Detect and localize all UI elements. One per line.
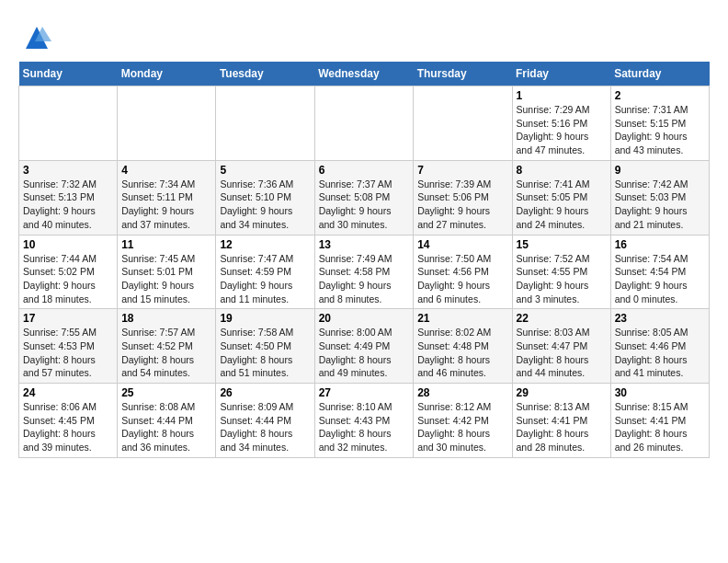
day-info: Sunrise: 8:06 AM Sunset: 4:45 PM Dayligh… xyxy=(23,401,97,453)
day-number: 13 xyxy=(319,238,410,251)
day-info: Sunrise: 8:05 AM Sunset: 4:46 PM Dayligh… xyxy=(615,327,688,378)
calendar-cell xyxy=(118,86,216,161)
day-info: Sunrise: 7:54 AM Sunset: 4:54 PM Dayligh… xyxy=(615,253,688,304)
day-info: Sunrise: 7:44 AM Sunset: 5:02 PM Dayligh… xyxy=(23,253,97,304)
calendar-cell: 13Sunrise: 7:49 AM Sunset: 4:58 PM Dayli… xyxy=(314,235,414,309)
weekday-header-saturday: Saturday xyxy=(610,62,709,86)
calendar-cell: 12Sunrise: 7:47 AM Sunset: 4:59 PM Dayli… xyxy=(216,235,314,309)
day-number: 29 xyxy=(517,386,607,399)
calendar-week-row: 10Sunrise: 7:44 AM Sunset: 5:02 PM Dayli… xyxy=(19,235,710,309)
calendar-cell xyxy=(414,86,512,161)
day-number: 2 xyxy=(615,89,705,102)
calendar-cell: 18Sunrise: 7:57 AM Sunset: 4:52 PM Dayli… xyxy=(118,309,216,384)
day-info: Sunrise: 7:57 AM Sunset: 4:52 PM Dayligh… xyxy=(121,327,195,378)
day-info: Sunrise: 7:45 AM Sunset: 5:01 PM Dayligh… xyxy=(121,253,195,304)
day-info: Sunrise: 7:52 AM Sunset: 4:55 PM Dayligh… xyxy=(517,253,590,304)
day-number: 17 xyxy=(23,312,113,325)
weekday-header-friday: Friday xyxy=(512,62,610,86)
day-number: 10 xyxy=(23,238,113,251)
calendar-cell: 19Sunrise: 7:58 AM Sunset: 4:50 PM Dayli… xyxy=(216,309,314,384)
weekday-header-sunday: Sunday xyxy=(19,62,118,86)
day-info: Sunrise: 7:41 AM Sunset: 5:05 PM Dayligh… xyxy=(517,178,590,230)
calendar-cell xyxy=(314,86,414,161)
weekday-header-monday: Monday xyxy=(118,62,216,86)
calendar-cell: 25Sunrise: 8:08 AM Sunset: 4:44 PM Dayli… xyxy=(118,384,216,458)
calendar-cell: 15Sunrise: 7:52 AM Sunset: 4:55 PM Dayli… xyxy=(512,235,610,309)
day-info: Sunrise: 7:36 AM Sunset: 5:10 PM Dayligh… xyxy=(220,178,293,230)
calendar-cell: 30Sunrise: 8:15 AM Sunset: 4:41 PM Dayli… xyxy=(610,384,709,458)
calendar-cell: 9Sunrise: 7:42 AM Sunset: 5:03 PM Daylig… xyxy=(610,160,709,235)
day-info: Sunrise: 8:03 AM Sunset: 4:47 PM Dayligh… xyxy=(517,327,590,378)
day-info: Sunrise: 7:34 AM Sunset: 5:11 PM Dayligh… xyxy=(121,178,195,230)
calendar-cell: 3Sunrise: 7:32 AM Sunset: 5:13 PM Daylig… xyxy=(19,160,118,235)
day-info: Sunrise: 7:50 AM Sunset: 4:56 PM Dayligh… xyxy=(417,253,491,304)
day-number: 18 xyxy=(121,312,211,325)
day-number: 1 xyxy=(517,89,607,102)
calendar-cell: 23Sunrise: 8:05 AM Sunset: 4:46 PM Dayli… xyxy=(610,309,709,384)
day-number: 7 xyxy=(417,164,507,177)
calendar-cell: 5Sunrise: 7:36 AM Sunset: 5:10 PM Daylig… xyxy=(216,160,314,235)
day-info: Sunrise: 7:32 AM Sunset: 5:13 PM Dayligh… xyxy=(23,178,97,230)
calendar-table: SundayMondayTuesdayWednesdayThursdayFrid… xyxy=(18,62,710,458)
calendar-cell: 20Sunrise: 8:00 AM Sunset: 4:49 PM Dayli… xyxy=(314,309,414,384)
day-number: 23 xyxy=(615,312,705,325)
day-info: Sunrise: 8:02 AM Sunset: 4:48 PM Dayligh… xyxy=(417,327,491,378)
day-info: Sunrise: 8:08 AM Sunset: 4:44 PM Dayligh… xyxy=(121,401,195,453)
day-number: 24 xyxy=(23,386,113,399)
day-number: 20 xyxy=(319,312,410,325)
calendar-cell: 4Sunrise: 7:34 AM Sunset: 5:11 PM Daylig… xyxy=(118,160,216,235)
day-info: Sunrise: 8:00 AM Sunset: 4:49 PM Dayligh… xyxy=(319,327,392,378)
calendar-cell: 10Sunrise: 7:44 AM Sunset: 5:02 PM Dayli… xyxy=(19,235,118,309)
calendar-cell: 24Sunrise: 8:06 AM Sunset: 4:45 PM Dayli… xyxy=(19,384,118,458)
weekday-header-wednesday: Wednesday xyxy=(314,62,414,86)
calendar-cell: 29Sunrise: 8:13 AM Sunset: 4:41 PM Dayli… xyxy=(512,384,610,458)
weekday-header-tuesday: Tuesday xyxy=(216,62,314,86)
calendar-cell: 27Sunrise: 8:10 AM Sunset: 4:43 PM Dayli… xyxy=(314,384,414,458)
calendar-week-row: 1Sunrise: 7:29 AM Sunset: 5:16 PM Daylig… xyxy=(19,86,710,161)
day-info: Sunrise: 7:49 AM Sunset: 4:58 PM Dayligh… xyxy=(319,253,392,304)
calendar-cell: 2Sunrise: 7:31 AM Sunset: 5:15 PM Daylig… xyxy=(610,86,709,161)
day-number: 27 xyxy=(319,386,410,399)
day-number: 6 xyxy=(319,164,410,177)
day-number: 3 xyxy=(23,164,113,177)
day-info: Sunrise: 7:39 AM Sunset: 5:06 PM Dayligh… xyxy=(417,178,491,230)
day-number: 25 xyxy=(121,386,211,399)
day-number: 12 xyxy=(220,238,310,251)
calendar-cell: 26Sunrise: 8:09 AM Sunset: 4:44 PM Dayli… xyxy=(216,384,314,458)
calendar-cell: 8Sunrise: 7:41 AM Sunset: 5:05 PM Daylig… xyxy=(512,160,610,235)
calendar-cell: 1Sunrise: 7:29 AM Sunset: 5:16 PM Daylig… xyxy=(512,86,610,161)
calendar-cell: 17Sunrise: 7:55 AM Sunset: 4:53 PM Dayli… xyxy=(19,309,118,384)
day-number: 8 xyxy=(517,164,607,177)
day-info: Sunrise: 8:13 AM Sunset: 4:41 PM Dayligh… xyxy=(517,401,590,453)
day-info: Sunrise: 7:29 AM Sunset: 5:16 PM Dayligh… xyxy=(517,104,590,155)
day-info: Sunrise: 7:58 AM Sunset: 4:50 PM Dayligh… xyxy=(220,327,293,378)
day-number: 11 xyxy=(121,238,211,251)
calendar-cell: 22Sunrise: 8:03 AM Sunset: 4:47 PM Dayli… xyxy=(512,309,610,384)
day-number: 4 xyxy=(121,164,211,177)
page-header xyxy=(18,18,710,52)
logo-icon xyxy=(22,23,51,52)
day-number: 26 xyxy=(220,386,310,399)
calendar-cell xyxy=(19,86,118,161)
day-number: 9 xyxy=(615,164,705,177)
day-info: Sunrise: 8:10 AM Sunset: 4:43 PM Dayligh… xyxy=(319,401,392,453)
calendar-cell: 6Sunrise: 7:37 AM Sunset: 5:08 PM Daylig… xyxy=(314,160,414,235)
day-number: 28 xyxy=(417,386,507,399)
calendar-cell: 11Sunrise: 7:45 AM Sunset: 5:01 PM Dayli… xyxy=(118,235,216,309)
day-info: Sunrise: 8:09 AM Sunset: 4:44 PM Dayligh… xyxy=(220,401,293,453)
calendar-cell: 28Sunrise: 8:12 AM Sunset: 4:42 PM Dayli… xyxy=(414,384,512,458)
logo xyxy=(18,23,51,52)
day-info: Sunrise: 7:31 AM Sunset: 5:15 PM Dayligh… xyxy=(615,104,688,155)
calendar-cell: 21Sunrise: 8:02 AM Sunset: 4:48 PM Dayli… xyxy=(414,309,512,384)
calendar-header-row: SundayMondayTuesdayWednesdayThursdayFrid… xyxy=(19,62,710,86)
day-number: 16 xyxy=(615,238,705,251)
calendar-week-row: 24Sunrise: 8:06 AM Sunset: 4:45 PM Dayli… xyxy=(19,384,710,458)
calendar-cell xyxy=(216,86,314,161)
calendar-week-row: 3Sunrise: 7:32 AM Sunset: 5:13 PM Daylig… xyxy=(19,160,710,235)
day-info: Sunrise: 7:37 AM Sunset: 5:08 PM Dayligh… xyxy=(319,178,392,230)
calendar-cell: 16Sunrise: 7:54 AM Sunset: 4:54 PM Dayli… xyxy=(610,235,709,309)
calendar-cell: 7Sunrise: 7:39 AM Sunset: 5:06 PM Daylig… xyxy=(414,160,512,235)
day-info: Sunrise: 8:12 AM Sunset: 4:42 PM Dayligh… xyxy=(417,401,491,453)
day-info: Sunrise: 7:55 AM Sunset: 4:53 PM Dayligh… xyxy=(23,327,97,378)
day-info: Sunrise: 7:47 AM Sunset: 4:59 PM Dayligh… xyxy=(220,253,293,304)
